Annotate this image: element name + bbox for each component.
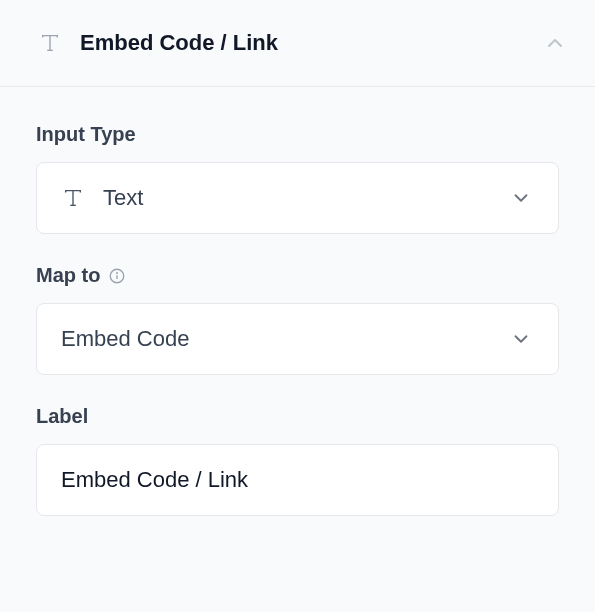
map-to-label-text: Map to	[36, 264, 100, 287]
label-field-label: Label	[36, 405, 559, 428]
map-to-label: Map to	[36, 264, 559, 287]
map-to-select[interactable]: Embed Code	[36, 303, 559, 375]
label-input[interactable]	[61, 467, 534, 493]
input-type-value: Text	[103, 185, 492, 211]
chevron-down-icon	[510, 187, 532, 209]
info-icon[interactable]	[108, 267, 126, 285]
label-field-label-text: Label	[36, 405, 88, 428]
text-type-icon	[38, 31, 62, 55]
panel-title: Embed Code / Link	[80, 30, 525, 56]
input-type-field: Input Type Text	[36, 123, 559, 234]
panel-content: Input Type Text	[0, 87, 595, 516]
label-field: Label	[36, 405, 559, 516]
map-to-value: Embed Code	[61, 326, 492, 352]
input-type-select[interactable]: Text	[36, 162, 559, 234]
input-type-label: Input Type	[36, 123, 559, 146]
text-type-icon	[61, 186, 85, 210]
label-input-container	[36, 444, 559, 516]
settings-panel: Embed Code / Link Input Type Text	[0, 0, 595, 612]
svg-point-2	[117, 272, 118, 273]
collapse-icon[interactable]	[543, 31, 567, 55]
panel-header: Embed Code / Link	[0, 0, 595, 87]
map-to-field: Map to Embed Code	[36, 264, 559, 375]
chevron-down-icon	[510, 328, 532, 350]
input-type-label-text: Input Type	[36, 123, 136, 146]
